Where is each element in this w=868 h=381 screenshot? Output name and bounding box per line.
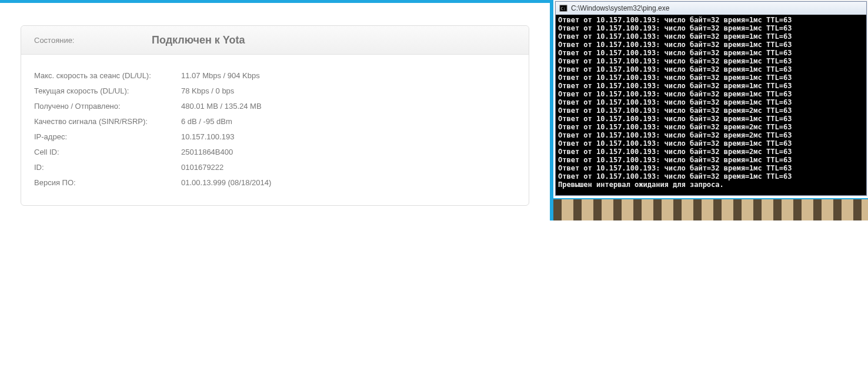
cmd-line: Ответ от 10.157.100.193: число байт=32 в… (558, 131, 864, 139)
cmd-title: C:\Windows\system32\ping.exe (571, 4, 669, 12)
desktop-wallpaper-strip (553, 198, 868, 220)
cmd-line: Ответ от 10.157.100.193: число байт=32 в… (558, 106, 864, 115)
status-panel: Состояние: Подключен к Yota Макс. скорос… (21, 25, 529, 206)
cmd-line: Ответ от 10.157.100.193: число байт=32 в… (558, 148, 864, 156)
cmd-line: Ответ от 10.157.100.193: число байт=32 в… (558, 73, 864, 82)
status-row-value: 10.157.100.193 (181, 132, 516, 141)
cmd-line: Ответ от 10.157.100.193: число байт=32 в… (558, 24, 864, 32)
cmd-output[interactable]: Ответ от 10.157.100.193: число байт=32 в… (556, 15, 866, 195)
cmd-app-icon: C: (559, 4, 567, 12)
cmd-line: Ответ от 10.157.100.193: число байт=32 в… (558, 16, 864, 24)
status-row: Получено / Отправлено:480.01 MB / 135.24… (34, 98, 516, 113)
cmd-line: Ответ от 10.157.100.193: число байт=32 в… (558, 82, 864, 90)
cmd-line: Ответ от 10.157.100.193: число байт=32 в… (558, 49, 864, 57)
status-row: Версия ПО:01.00.13.999 (08/18/2014) (34, 175, 516, 190)
status-row: Качество сигнала (SINR/RSRP):6 dB / -95 … (34, 113, 516, 129)
status-row-value: 0101679222 (181, 163, 516, 172)
cmd-window[interactable]: C: C:\Windows\system32\ping.exe Ответ от… (555, 1, 867, 196)
state-value: Подключен к Yota (152, 34, 516, 46)
status-row-label: Версия ПО: (34, 178, 181, 187)
status-row-label: ID: (34, 163, 181, 172)
cmd-line: Ответ от 10.157.100.193: число байт=32 в… (558, 156, 864, 164)
svg-text:C:: C: (561, 6, 566, 11)
cmd-line: Ответ от 10.157.100.193: число байт=32 в… (558, 98, 864, 106)
cmd-line: Ответ от 10.157.100.193: число байт=32 в… (558, 164, 864, 172)
status-row-label: Текущая скорость (DL/UL): (34, 86, 181, 95)
status-row: Макс. скорость за сеанс (DL/UL):11.07 Mb… (34, 68, 516, 83)
cmd-line: Ответ от 10.157.100.193: число байт=32 в… (558, 90, 864, 98)
status-row-value: 25011864B400 (181, 148, 516, 156)
cmd-line: Превышен интервал ожидания для запроса. (558, 181, 864, 189)
status-row: Cell ID:25011864B400 (34, 144, 516, 159)
cmd-line: Ответ от 10.157.100.193: число байт=32 в… (558, 139, 864, 148)
status-row-value: 01.00.13.999 (08/18/2014) (181, 178, 516, 187)
cmd-line: Ответ от 10.157.100.193: число байт=32 в… (558, 57, 864, 65)
cmd-line: Ответ от 10.157.100.193: число байт=32 в… (558, 65, 864, 73)
cmd-line: Ответ от 10.157.100.193: число байт=32 в… (558, 32, 864, 41)
cmd-line: Ответ от 10.157.100.193: число байт=32 в… (558, 172, 864, 181)
cmd-titlebar[interactable]: C: C:\Windows\system32\ping.exe (556, 2, 866, 15)
status-panel-body: Макс. скорость за сеанс (DL/UL):11.07 Mb… (21, 55, 529, 205)
status-row: ID:0101679222 (34, 159, 516, 175)
status-row-label: Cell ID: (34, 148, 181, 156)
status-row: Текущая скорость (DL/UL):78 Kbps / 0 bps (34, 83, 516, 98)
modem-status-page: Состояние: Подключен к Yota Макс. скорос… (0, 0, 550, 381)
cmd-line: Ответ от 10.157.100.193: число байт=32 в… (558, 41, 864, 49)
cmd-line: Ответ от 10.157.100.193: число байт=32 в… (558, 115, 864, 123)
cmd-line: Ответ от 10.157.100.193: число байт=32 в… (558, 123, 864, 131)
status-row-label: Получено / Отправлено: (34, 102, 181, 111)
status-row: IP-адрес:10.157.100.193 (34, 129, 516, 144)
state-label: Состояние: (34, 36, 152, 45)
status-row-value: 6 dB / -95 dBm (181, 117, 516, 126)
status-row-value: 480.01 MB / 135.24 MB (181, 102, 516, 111)
status-row-value: 11.07 Mbps / 904 Kbps (181, 71, 516, 80)
status-panel-header: Состояние: Подключен к Yota (21, 26, 529, 55)
status-row-value: 78 Kbps / 0 bps (181, 86, 516, 95)
status-row-label: Макс. скорость за сеанс (DL/UL): (34, 71, 181, 80)
status-row-label: IP-адрес: (34, 132, 181, 141)
status-row-label: Качество сигнала (SINR/RSRP): (34, 117, 181, 126)
